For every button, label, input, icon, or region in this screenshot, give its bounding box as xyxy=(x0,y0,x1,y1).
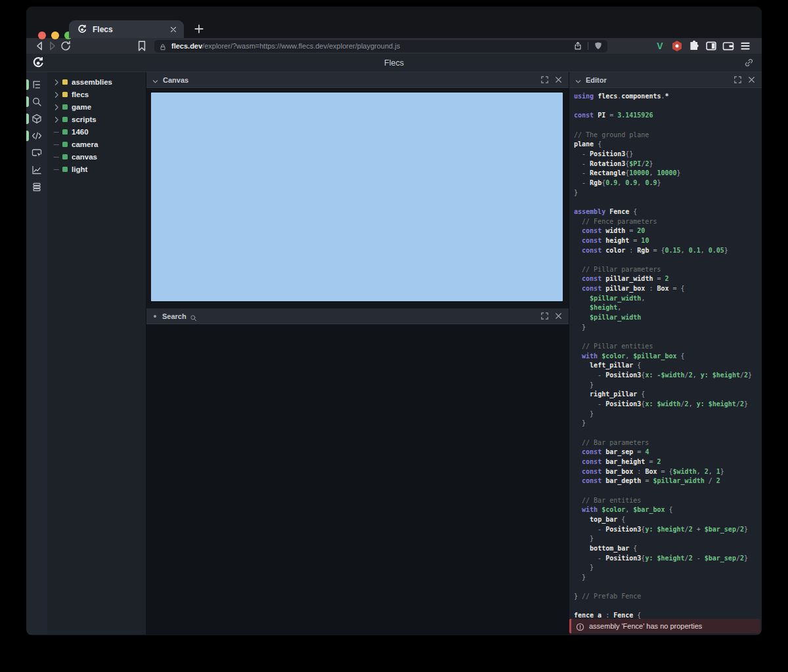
tree-item-flecs[interactable]: flecs xyxy=(47,88,146,100)
code-editor[interactable]: using flecs.components.* const PI = 3.14… xyxy=(569,88,762,635)
search-close-icon[interactable] xyxy=(554,311,563,321)
back-button[interactable] xyxy=(33,39,46,52)
rail-button-tree-icon[interactable] xyxy=(26,76,47,93)
search-panel-body[interactable] xyxy=(146,324,569,635)
tab-close-icon[interactable] xyxy=(169,25,178,34)
extensions-puzzle-icon[interactable] xyxy=(687,39,701,52)
minimize-window-button[interactable] xyxy=(51,32,59,39)
expand-chevron-icon[interactable] xyxy=(53,77,61,86)
brave-shield-icon[interactable] xyxy=(594,41,603,51)
tree-item-camera[interactable]: camera xyxy=(47,138,146,150)
chevron-down-icon[interactable] xyxy=(152,76,159,83)
forward-button[interactable] xyxy=(46,39,59,52)
browser-toolbar: flecs.dev/explorer/?wasm=https://www.fle… xyxy=(26,38,762,54)
tree-item-label: canvas xyxy=(72,153,97,161)
leaf-dash-icon xyxy=(53,165,61,173)
menu-icon[interactable] xyxy=(738,39,753,52)
leaf-dash-icon xyxy=(53,140,61,148)
entity-kind-square xyxy=(62,79,68,85)
tree-item-label: 1460 xyxy=(72,128,89,136)
layers-icon xyxy=(32,182,42,192)
expand-chevron-icon[interactable] xyxy=(53,115,61,123)
tree-item-label: game xyxy=(72,103,91,111)
tree-item-assemblies[interactable]: assemblies xyxy=(47,75,146,88)
tree-item-canvas[interactable]: canvas xyxy=(47,150,146,163)
error-bar: assembly 'Fence' has no properties xyxy=(569,619,760,633)
active-indicator xyxy=(26,114,29,124)
window-controls xyxy=(38,32,72,39)
close-window-button[interactable] xyxy=(38,32,46,39)
url-path: /explorer/?wasm=https://www.flecs.dev/ex… xyxy=(202,42,400,50)
search-panel-header: Search xyxy=(146,308,569,324)
chart-icon xyxy=(32,165,42,175)
editor-panel-title: Editor xyxy=(586,76,607,84)
editor-panel: Editor using flecs.components.* const PI… xyxy=(569,72,762,635)
canvas-panel-body xyxy=(146,88,569,308)
entity-tree-panel: assembliesflecsgamescripts1460cameracanv… xyxy=(47,72,146,635)
tree-icon xyxy=(32,79,42,90)
leaf-dash-icon xyxy=(53,127,61,136)
url-domain: flecs.dev xyxy=(171,42,202,50)
canvas-panel-title: Canvas xyxy=(163,76,188,84)
rail-button-cube-icon[interactable] xyxy=(26,110,47,127)
sidebar-toggle-icon[interactable] xyxy=(704,39,718,52)
urlbar-divider xyxy=(588,42,588,50)
expand-chevron-icon[interactable] xyxy=(53,102,61,111)
render-viewport[interactable] xyxy=(151,93,563,301)
collapsed-indicator-icon[interactable] xyxy=(154,315,156,318)
active-indicator xyxy=(26,79,29,90)
tree-item-1460[interactable]: 1460 xyxy=(47,125,146,138)
flecs-favicon-icon xyxy=(77,24,87,35)
new-tab-button[interactable] xyxy=(193,23,205,35)
entity-kind-square xyxy=(62,117,68,122)
center-column: Canvas Search xyxy=(146,72,569,635)
tab-strip: Flecs xyxy=(26,7,762,38)
editor-expand-icon[interactable] xyxy=(733,75,743,85)
code-icon xyxy=(32,131,42,141)
tree-item-label: light xyxy=(72,165,87,173)
search-magnifier-icon xyxy=(190,312,197,320)
tree-item-scripts[interactable]: scripts xyxy=(47,113,146,125)
url-bar[interactable]: flecs.dev/explorer/?wasm=https://www.fle… xyxy=(154,40,607,52)
search-expand-icon[interactable] xyxy=(540,311,550,321)
wallet-icon[interactable] xyxy=(721,39,735,52)
leaf-dash-icon xyxy=(53,152,61,161)
tree-item-light[interactable]: light xyxy=(47,163,146,175)
canvas-expand-icon[interactable] xyxy=(540,75,550,85)
tree-item-label: scripts xyxy=(72,116,97,123)
bookmark-icon[interactable] xyxy=(135,39,148,52)
lock-icon xyxy=(159,42,167,50)
active-indicator xyxy=(26,96,29,107)
reload-button[interactable] xyxy=(59,39,72,52)
browser-window: Flecs flecs.dev/explorer/?wasm=https://w… xyxy=(26,7,762,635)
rail-button-search-icon[interactable] xyxy=(26,93,47,110)
rail-button-code-icon[interactable] xyxy=(26,127,47,144)
vue-devtools-extension[interactable]: V xyxy=(653,39,667,52)
error-message: assembly 'Fence' has no properties xyxy=(589,622,702,630)
tree-item-label: flecs xyxy=(72,91,89,98)
entity-kind-square xyxy=(62,167,68,172)
expand-chevron-icon[interactable] xyxy=(53,90,61,98)
red-extension-icon[interactable] xyxy=(670,39,684,52)
tab-title: Flecs xyxy=(93,25,169,34)
rail-button-chart-icon[interactable] xyxy=(26,161,47,178)
active-indicator xyxy=(26,131,29,141)
tree-item-game[interactable]: game xyxy=(47,100,146,113)
main-area: assembliesflecsgamescripts1460cameracanv… xyxy=(26,72,762,635)
share-icon[interactable] xyxy=(573,41,582,51)
cube-icon xyxy=(32,114,42,124)
browser-tab[interactable]: Flecs xyxy=(69,20,184,38)
inspect-icon xyxy=(32,148,42,158)
rail-button-layers-icon[interactable] xyxy=(26,178,47,196)
rail-button-inspect-icon[interactable] xyxy=(26,144,47,161)
search-icon xyxy=(32,96,42,107)
url-text: flecs.dev/explorer/?wasm=https://www.fle… xyxy=(171,42,573,50)
error-circle-icon xyxy=(576,622,584,631)
script-code[interactable]: using flecs.components.* const PI = 3.14… xyxy=(574,92,762,621)
entity-kind-square xyxy=(62,129,68,135)
editor-close-icon[interactable] xyxy=(747,75,756,85)
search-panel-title: Search xyxy=(162,312,186,320)
chevron-down-icon[interactable] xyxy=(575,76,582,83)
canvas-close-icon[interactable] xyxy=(554,75,563,85)
entity-kind-square xyxy=(62,104,68,110)
